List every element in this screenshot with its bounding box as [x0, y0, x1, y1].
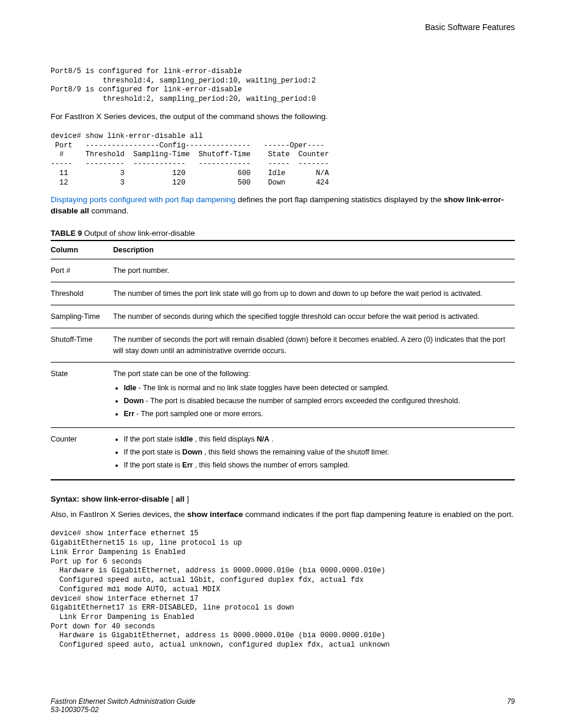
- text: If the port state is: [124, 461, 182, 469]
- cell-column: Port #: [51, 259, 113, 282]
- text: The port state can be one of the followi…: [113, 370, 250, 378]
- paragraph-fastiron-output: For FastIron X Series devices, the outpu…: [51, 111, 515, 123]
- page-number: 79: [507, 697, 515, 714]
- column-header-description: Description: [113, 241, 515, 259]
- text: .: [269, 435, 273, 443]
- page-footer: FastIron Ethernet Switch Administration …: [51, 697, 515, 714]
- syntax-command: Syntax: show link-error-disable: [51, 495, 169, 503]
- bracket: [: [169, 495, 176, 503]
- state-name: Err: [182, 461, 193, 469]
- bracket: ]: [184, 495, 189, 503]
- table-row: Threshold The number of times the port l…: [51, 282, 515, 305]
- table-row: Counter If the port state isIdle , this …: [51, 428, 515, 480]
- footer-doc-number: 53-1003075-02: [51, 706, 196, 714]
- paragraph-show-interface: Also, in FastIron X Series devices, the …: [51, 509, 515, 521]
- state-name: Err: [124, 410, 134, 418]
- cell-column: Sampling-Time: [51, 305, 113, 328]
- list-item: Err - The port sampled one or more error…: [124, 409, 511, 419]
- state-name: Idle: [180, 435, 193, 443]
- list-item: If the port state is Down , this field s…: [124, 447, 511, 457]
- list-item: If the port state isIdle , this field di…: [124, 434, 511, 444]
- link-displaying-ports[interactable]: Displaying ports configured with port fl…: [51, 195, 236, 204]
- cell-description: The port state can be one of the followi…: [113, 362, 515, 428]
- state-name: Down: [124, 397, 144, 405]
- text: , this field shows the number of errors …: [193, 461, 349, 469]
- value: N/A: [257, 435, 270, 443]
- column-header-column: Column: [51, 241, 113, 259]
- text: - The link is normal and no link state t…: [137, 384, 389, 392]
- cell-column: State: [51, 362, 113, 428]
- list-item: Down - The port is disabled because the …: [124, 396, 511, 406]
- text: If the port state is: [124, 448, 182, 456]
- text: If the port state is: [124, 435, 180, 443]
- text: , this field displays: [193, 435, 256, 443]
- text: command indicates if the port flap dampe…: [243, 510, 513, 519]
- table-caption: TABLE 9 Output of show link-error-disabl…: [51, 229, 515, 238]
- code-sample-show-link-error: device# show link-error-disable all Port…: [51, 132, 515, 187]
- code-sample-port-config: Port8/5 is configured for link-error-dis…: [51, 67, 515, 104]
- syntax-line: Syntax: show link-error-disable [ all ]: [51, 495, 515, 503]
- text: , this field shows the remaining value o…: [202, 448, 389, 456]
- table-title: Output of show link-error-disable: [82, 229, 194, 238]
- table-row: Sampling-Time The number of seconds duri…: [51, 305, 515, 328]
- cell-description: The port number.: [113, 259, 515, 282]
- table-row: Port # The port number.: [51, 259, 515, 282]
- output-description-table: Column Description Port # The port numbe…: [51, 240, 515, 480]
- cell-description: The number of seconds during which the s…: [113, 305, 515, 328]
- text: - The port is disabled because the numbe…: [144, 397, 460, 405]
- list-item: Idle - The link is normal and no link st…: [124, 383, 511, 393]
- command-name: show interface: [187, 510, 243, 519]
- state-name: Down: [182, 448, 202, 456]
- paragraph-table-intro: Displaying ports configured with port fl…: [51, 195, 515, 217]
- text: defines the port flap dampening statisti…: [236, 195, 444, 204]
- state-name: Idle: [124, 384, 137, 392]
- cell-description: The number of seconds the port will rema…: [113, 328, 515, 362]
- table-row: State The port state can be one of the f…: [51, 362, 515, 428]
- text: command.: [89, 206, 128, 215]
- cell-column: Counter: [51, 428, 113, 480]
- cell-column: Shutoff-Time: [51, 328, 113, 362]
- text: Also, in FastIron X Series devices, the: [51, 510, 187, 519]
- cell-description: If the port state isIdle , this field di…: [113, 428, 515, 480]
- code-sample-show-interface: device# show interface ethernet 15 Gigab…: [51, 529, 515, 650]
- table-label: TABLE 9: [51, 229, 82, 238]
- cell-column: Threshold: [51, 282, 113, 305]
- page-header-section: Basic Software Features: [51, 22, 515, 32]
- text: - The port sampled one or more errors.: [134, 410, 263, 418]
- table-row: Shutoff-Time The number of seconds the p…: [51, 328, 515, 362]
- syntax-option: all: [176, 495, 184, 503]
- cell-description: The number of times the port link state …: [113, 282, 515, 305]
- list-item: If the port state is Err , this field sh…: [124, 460, 511, 470]
- footer-doc-title: FastIron Ethernet Switch Administration …: [51, 697, 196, 706]
